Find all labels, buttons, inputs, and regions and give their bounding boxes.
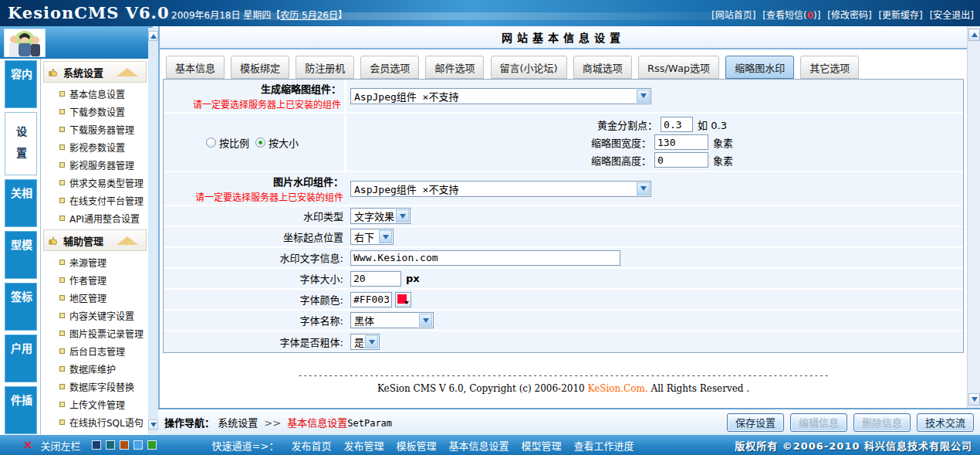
quick-channel-label: 快速通道=>： (212, 438, 279, 453)
sidebar-tab-models[interactable]: 模型 (5, 231, 37, 279)
menu-item-photo-votes[interactable]: 图片投票记录管理 (41, 324, 148, 342)
tab-member-options[interactable]: 会员选项 (360, 56, 419, 79)
menu-item-region-mgmt[interactable]: 地区管理 (41, 289, 148, 307)
quick-link-publish-home[interactable]: 发布首页 (291, 438, 331, 453)
quick-link-model-mgmt[interactable]: 模型管理 (521, 438, 561, 453)
tab-label: 设置 (15, 118, 26, 169)
tech-support-button[interactable]: 技术交流 (917, 413, 974, 432)
sidebar-tab-settings[interactable]: 设置 (5, 112, 37, 175)
theme-swatch-green[interactable] (147, 440, 157, 450)
scroll-up-icon[interactable] (148, 31, 158, 41)
tab-anti-bot[interactable]: 防注册机 (296, 56, 354, 79)
radio-icon[interactable] (206, 138, 216, 148)
view-messages-link[interactable]: [查看短信(0)] (762, 10, 820, 21)
tab-mail-options[interactable]: 邮件选项 (425, 56, 484, 79)
selected-value: AspJpeg组件 ×不支持 (354, 182, 458, 196)
menu-item-admin-logs[interactable]: 后台日志管理 (41, 342, 148, 360)
menu-item-label: 后台日志管理 (69, 345, 125, 358)
tab-thumbnail-watermark[interactable]: 缩略图水印 (725, 56, 794, 79)
logout-link[interactable]: [安全退出] (930, 10, 974, 21)
breadcrumb-page[interactable]: 基本信息设置 (287, 417, 347, 429)
scroll-up-button[interactable] (968, 29, 980, 41)
golden-ratio-input[interactable] (661, 117, 693, 132)
bullet-icon (59, 384, 65, 389)
delete-info-button[interactable]: 删除信息 (853, 413, 911, 432)
font-color-input[interactable] (350, 292, 392, 307)
watermark-type-select[interactable]: 文字效果 (350, 208, 411, 224)
menu-item-label: 下载服务器管理 (69, 123, 134, 136)
close-left-panel[interactable]: × 关闭左栏 (23, 438, 81, 453)
bullet-icon (59, 109, 65, 114)
menu-section-auxiliary[interactable]: 辅助管理 (43, 229, 147, 251)
sidebar-tab-plugins[interactable]: 插件 (5, 386, 37, 434)
theme-swatch-lightblue[interactable] (133, 440, 143, 450)
theme-swatch-navy[interactable] (92, 440, 101, 450)
thumb-width-input[interactable] (654, 134, 708, 150)
tab-shop-options[interactable]: 商城选项 (573, 56, 632, 79)
menu-item-upload-files[interactable]: 上传文件管理 (41, 396, 148, 413)
tab-other-options[interactable]: 其它选项 (800, 56, 859, 79)
menu-item-download-params[interactable]: 下载参数设置 (41, 103, 148, 121)
change-password-link[interactable]: [修改密码] (827, 10, 871, 21)
quick-link-work-progress[interactable]: 查看工作进度 (573, 438, 634, 453)
lunar-date-link[interactable]: 农历 5月26日 (280, 10, 338, 21)
menu-item-run-sql[interactable]: 在线执行SQL语句 (41, 413, 148, 431)
tab-rss-wap[interactable]: Rss/Wap选项 (638, 56, 719, 79)
breadcrumb-section[interactable]: 系统设置 (218, 417, 258, 429)
menu-item-download-servers[interactable]: 下载服务器管理 (41, 121, 148, 138)
sidebar-scrollbar[interactable] (148, 28, 158, 434)
menu-item-video-params[interactable]: 影视参数设置 (41, 138, 148, 156)
theme-swatch-teal[interactable] (106, 440, 115, 450)
edit-info-button[interactable]: 编辑信息 (790, 413, 847, 432)
theme-swatch-orange[interactable] (120, 440, 129, 450)
bullet-icon (59, 260, 65, 265)
position-select[interactable]: 右下 (350, 229, 394, 245)
menu-item-api-integration[interactable]: API通用整合设置 (41, 209, 148, 227)
font-name-select[interactable]: 黑体 (350, 312, 434, 328)
kesion-site-link[interactable]: KeSion.Com. (588, 383, 648, 394)
scroll-down-icon[interactable] (148, 419, 158, 430)
menu-section-system-settings[interactable]: 系统设置 (43, 61, 147, 83)
font-bold-select[interactable]: 是 (350, 334, 380, 350)
menu-item-author-mgmt[interactable]: 作者管理 (41, 271, 148, 289)
tab-basic-info[interactable]: 基本信息 (166, 56, 225, 79)
radio-by-ratio[interactable]: 按比例 (206, 135, 249, 150)
quick-link-template-mgmt[interactable]: 模板管理 (396, 438, 436, 453)
save-settings-button[interactable]: 保存设置 (727, 413, 784, 432)
menu-item-keywords[interactable]: 内容关键字设置 (41, 307, 148, 324)
position-label: 坐标起点位置 (283, 232, 343, 243)
menu-item-db-maintenance[interactable]: 数据库维护 (41, 360, 148, 378)
menu-item-source-mgmt[interactable]: 来源管理 (41, 253, 148, 271)
radio-checked-icon[interactable] (255, 138, 265, 148)
menu-item-payment-platform[interactable]: 在线支付平台管理 (41, 192, 148, 209)
menu-item-db-field-replace[interactable]: 数据库字段替换 (41, 378, 148, 396)
main-scrollbar[interactable] (967, 26, 980, 408)
tab-guestbook[interactable]: 留言(小论坛) (491, 56, 567, 79)
scroll-down-button[interactable] (968, 393, 980, 406)
sidebar-tab-users[interactable]: 用户 (5, 334, 37, 382)
menu-item-basic-info[interactable]: 基本信息设置 (41, 85, 148, 103)
section-title: 辅助管理 (63, 233, 103, 248)
refresh-cache-link[interactable]: [更新缓存] (878, 10, 922, 21)
quick-link-publish-mgmt[interactable]: 发布管理 (343, 438, 384, 453)
font-size-input[interactable] (350, 271, 401, 287)
radio-by-size[interactable]: 按大小 (255, 135, 299, 150)
watermark-component-select[interactable]: AspJpeg组件 ×不支持 (350, 181, 651, 197)
sidebar-tab-related[interactable]: 相关 (5, 179, 37, 227)
quick-link-basic-info[interactable]: 基本信息设置 (448, 438, 509, 453)
thumb-height-input[interactable] (654, 152, 708, 168)
watermark-text-input[interactable] (350, 250, 620, 266)
close-icon[interactable]: × (23, 438, 33, 452)
close-left-label: 关闭左栏 (41, 438, 81, 453)
color-picker-button[interactable] (395, 292, 411, 307)
menu-item-video-servers[interactable]: 影视服务器管理 (41, 156, 148, 174)
sidebar-tab-labels[interactable]: 标签 (5, 283, 37, 331)
sidebar-tab-content[interactable]: 内容 (5, 60, 37, 108)
component-warning-text: 请一定要选择服务器上已安装的组件 (164, 97, 341, 110)
top-bar: KesionCMS V6.0 2009年6月18日 星期四【农历 5月26日】 … (0, 0, 980, 26)
menu-item-trade-types[interactable]: 供求交易类型管理 (41, 174, 148, 192)
site-home-link[interactable]: [网站首页] (711, 10, 755, 21)
tab-template-binding[interactable]: 模板绑定 (231, 56, 289, 79)
bullet-icon (59, 402, 65, 407)
thumb-component-select[interactable]: AspJpeg组件 ×不支持 (350, 88, 651, 104)
